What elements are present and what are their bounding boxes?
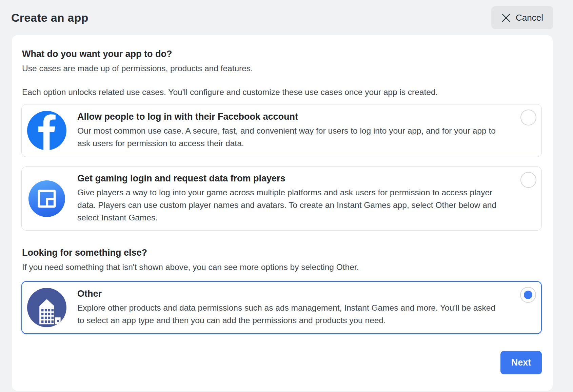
create-app-panel: What do you want your app to do? Use cas…	[12, 35, 553, 391]
cancel-button[interactable]: Cancel	[491, 6, 553, 29]
option-card-other[interactable]: Other Explore other products and data pe…	[21, 281, 542, 334]
radio-gaming-login[interactable]	[520, 172, 536, 188]
option-title: Allow people to log in with their Facebo…	[77, 112, 497, 122]
option-title: Other	[77, 289, 497, 299]
option-description: Explore other products and data permissi…	[77, 301, 497, 327]
radio-other[interactable]	[520, 287, 536, 303]
option-title: Get gaming login and request data from p…	[77, 173, 497, 184]
use-case-description: Each option unlocks related use cases. Y…	[22, 86, 542, 98]
page-title: Create an app	[11, 11, 88, 24]
option-text: Get gaming login and request data from p…	[77, 173, 497, 224]
option-card-gaming-login[interactable]: Get gaming login and request data from p…	[21, 166, 542, 231]
facebook-logo-icon	[27, 111, 66, 150]
use-case-question-heading: What do you want your app to do?	[22, 49, 542, 59]
footer-actions: Next	[21, 351, 542, 374]
option-card-facebook-login[interactable]: Allow people to log in with their Facebo…	[21, 104, 542, 157]
cancel-label: Cancel	[516, 13, 543, 23]
option-description: Give players a way to log into your game…	[77, 186, 497, 224]
header: Create an app Cancel	[0, 0, 573, 35]
option-text: Allow people to log in with their Facebo…	[77, 112, 497, 150]
option-description: Our most common use case. A secure, fast…	[77, 124, 497, 150]
radio-facebook-login[interactable]	[520, 110, 536, 125]
close-icon	[501, 13, 511, 22]
next-button[interactable]: Next	[500, 351, 542, 374]
option-text: Other Explore other products and data pe…	[77, 289, 497, 327]
building-icon	[27, 288, 66, 327]
facebook-gaming-icon	[28, 180, 65, 217]
something-else-heading: Looking for something else?	[22, 248, 542, 258]
use-case-subheading: Use cases are made up of permissions, pr…	[22, 63, 542, 74]
something-else-description: If you need something that isn't shown a…	[22, 261, 542, 273]
